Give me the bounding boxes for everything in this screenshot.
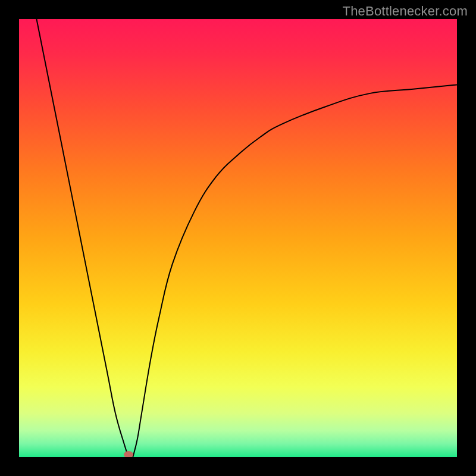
plot-area <box>19 19 457 457</box>
curve-layer <box>19 19 457 457</box>
chart-stage: TheBottlenecker.com <box>0 0 476 476</box>
optimal-point-marker <box>124 451 133 457</box>
watermark-text: TheBottlenecker.com <box>343 4 468 19</box>
bottleneck-curve <box>36 19 457 457</box>
